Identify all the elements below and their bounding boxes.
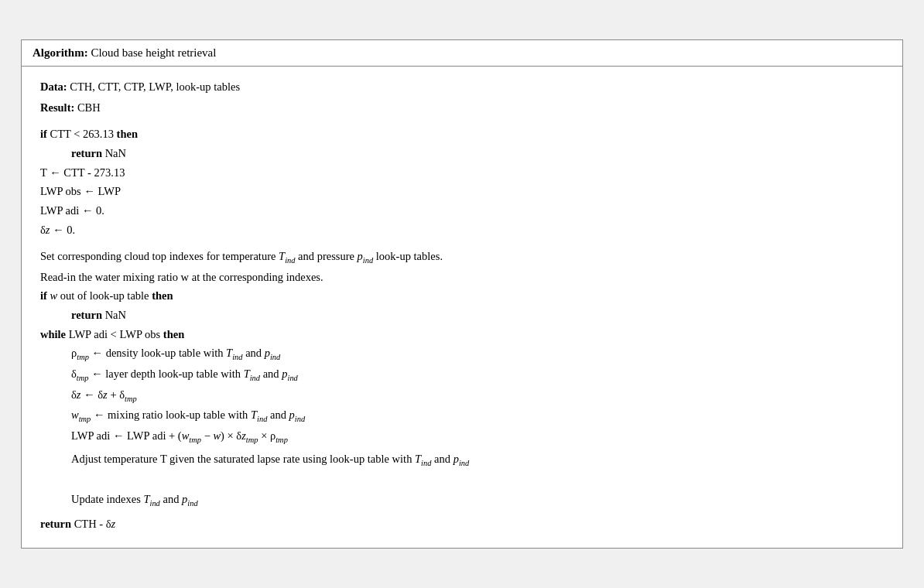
if-line1: if CTT < 263.13 then bbox=[40, 125, 884, 144]
if-keyword: if bbox=[40, 128, 47, 140]
result-value: CBH bbox=[77, 101, 101, 114]
while-line: while LWP adi < LWP obs then bbox=[40, 325, 884, 344]
lwp-adi-update-line: LWP adi ← LWP adi + (wtmp − w) × δztmp ×… bbox=[40, 426, 884, 447]
return-keyword1: return bbox=[71, 147, 102, 159]
t-assign-line: T ← CTT - 273.13 bbox=[40, 163, 884, 183]
if-w-line: if w out of look-up table then bbox=[40, 286, 884, 306]
lwp-obs-line: LWP obs ← LWP bbox=[40, 182, 884, 201]
return-nan-line2: return NaN bbox=[40, 306, 884, 325]
data-value: CTH, CTT, CTP, LWP, look-up tables bbox=[70, 80, 240, 93]
deltaz-update-line: δz ← δz + δtmp bbox=[40, 385, 884, 406]
return-nan-line1: return NaN bbox=[40, 144, 884, 163]
algo-title-value: Cloud base height retrieval bbox=[91, 46, 216, 59]
data-line: Data: CTH, CTT, CTP, LWP, look-up tables bbox=[40, 77, 884, 97]
lwp-adi-line: LWP adi ← 0. bbox=[40, 201, 884, 220]
w-tmp-line: wtmp ← mixing ratio look-up table with T… bbox=[40, 405, 884, 426]
update-indexes-line: Update indexes Tind and pind bbox=[40, 490, 884, 511]
set-indexes-line: Set corresponding cloud top indexes for … bbox=[40, 247, 884, 268]
algorithm-box: Algorithm: Cloud base height retrieval D… bbox=[21, 39, 903, 549]
algo-body: Data: CTH, CTT, CTP, LWP, look-up tables… bbox=[22, 67, 902, 548]
rho-line: ρtmp ← density look-up table with Tind a… bbox=[40, 344, 884, 364]
algo-header: Algorithm: Cloud base height retrieval bbox=[22, 40, 902, 67]
then-keyword: then bbox=[117, 128, 138, 140]
read-in-line: Read-in the water mixing ratio w at the … bbox=[40, 268, 884, 287]
spacer2 bbox=[40, 470, 884, 490]
adjust-temp-line: Adjust temperature T given the saturated… bbox=[40, 450, 884, 470]
algo-title-label: Algorithm: bbox=[33, 46, 88, 59]
delta-tmp-line: δtmp ← layer depth look-up table with Ti… bbox=[40, 364, 884, 385]
result-line: Result: CBH bbox=[40, 98, 884, 118]
if-condition: CTT < 263.13 bbox=[50, 128, 116, 140]
return-line: return CTH - δz bbox=[40, 514, 884, 534]
nan-value1: NaN bbox=[105, 147, 126, 159]
data-label: Data: bbox=[40, 80, 67, 93]
result-label: Result: bbox=[40, 101, 74, 114]
delta-z-line: δz ← 0. bbox=[40, 220, 884, 240]
